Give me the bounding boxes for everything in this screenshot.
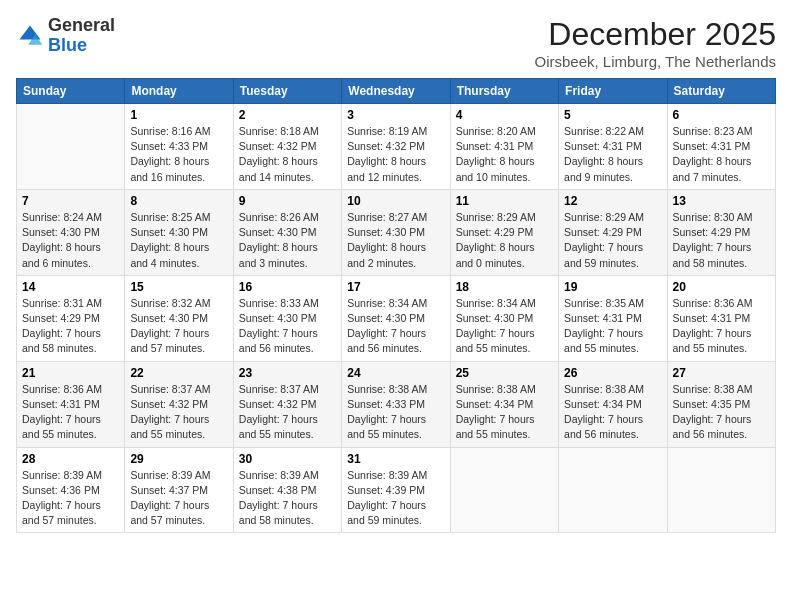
day-number: 15: [130, 280, 227, 294]
title-block: December 2025 Oirsbeek, Limburg, The Net…: [534, 16, 776, 70]
calendar-cell: 11Sunrise: 8:29 AM Sunset: 4:29 PM Dayli…: [450, 189, 558, 275]
calendar-cell: 30Sunrise: 8:39 AM Sunset: 4:38 PM Dayli…: [233, 447, 341, 533]
day-info: Sunrise: 8:32 AM Sunset: 4:30 PM Dayligh…: [130, 296, 227, 357]
day-number: 6: [673, 108, 770, 122]
calendar-week-2: 7Sunrise: 8:24 AM Sunset: 4:30 PM Daylig…: [17, 189, 776, 275]
day-info: Sunrise: 8:19 AM Sunset: 4:32 PM Dayligh…: [347, 124, 444, 185]
day-number: 30: [239, 452, 336, 466]
day-info: Sunrise: 8:31 AM Sunset: 4:29 PM Dayligh…: [22, 296, 119, 357]
day-number: 1: [130, 108, 227, 122]
header-wednesday: Wednesday: [342, 79, 450, 104]
calendar-cell: 1Sunrise: 8:16 AM Sunset: 4:33 PM Daylig…: [125, 104, 233, 190]
calendar-cell: 18Sunrise: 8:34 AM Sunset: 4:30 PM Dayli…: [450, 275, 558, 361]
calendar-week-4: 21Sunrise: 8:36 AM Sunset: 4:31 PM Dayli…: [17, 361, 776, 447]
day-info: Sunrise: 8:26 AM Sunset: 4:30 PM Dayligh…: [239, 210, 336, 271]
day-number: 2: [239, 108, 336, 122]
calendar-table: SundayMondayTuesdayWednesdayThursdayFrid…: [16, 78, 776, 533]
header-monday: Monday: [125, 79, 233, 104]
day-info: Sunrise: 8:30 AM Sunset: 4:29 PM Dayligh…: [673, 210, 770, 271]
day-number: 19: [564, 280, 661, 294]
calendar-cell: 9Sunrise: 8:26 AM Sunset: 4:30 PM Daylig…: [233, 189, 341, 275]
day-number: 20: [673, 280, 770, 294]
day-number: 16: [239, 280, 336, 294]
day-info: Sunrise: 8:39 AM Sunset: 4:38 PM Dayligh…: [239, 468, 336, 529]
day-number: 31: [347, 452, 444, 466]
day-info: Sunrise: 8:35 AM Sunset: 4:31 PM Dayligh…: [564, 296, 661, 357]
location: Oirsbeek, Limburg, The Netherlands: [534, 53, 776, 70]
calendar-cell: 20Sunrise: 8:36 AM Sunset: 4:31 PM Dayli…: [667, 275, 775, 361]
calendar-cell: 19Sunrise: 8:35 AM Sunset: 4:31 PM Dayli…: [559, 275, 667, 361]
calendar-cell: 7Sunrise: 8:24 AM Sunset: 4:30 PM Daylig…: [17, 189, 125, 275]
day-info: Sunrise: 8:25 AM Sunset: 4:30 PM Dayligh…: [130, 210, 227, 271]
header-friday: Friday: [559, 79, 667, 104]
calendar-cell: 2Sunrise: 8:18 AM Sunset: 4:32 PM Daylig…: [233, 104, 341, 190]
calendar-cell: [559, 447, 667, 533]
day-info: Sunrise: 8:34 AM Sunset: 4:30 PM Dayligh…: [456, 296, 553, 357]
day-info: Sunrise: 8:16 AM Sunset: 4:33 PM Dayligh…: [130, 124, 227, 185]
calendar-cell: 13Sunrise: 8:30 AM Sunset: 4:29 PM Dayli…: [667, 189, 775, 275]
calendar-cell: 26Sunrise: 8:38 AM Sunset: 4:34 PM Dayli…: [559, 361, 667, 447]
day-number: 22: [130, 366, 227, 380]
day-number: 23: [239, 366, 336, 380]
month-title: December 2025: [534, 16, 776, 53]
calendar-week-1: 1Sunrise: 8:16 AM Sunset: 4:33 PM Daylig…: [17, 104, 776, 190]
calendar-cell: 23Sunrise: 8:37 AM Sunset: 4:32 PM Dayli…: [233, 361, 341, 447]
logo-general: General: [48, 16, 115, 36]
calendar-cell: 10Sunrise: 8:27 AM Sunset: 4:30 PM Dayli…: [342, 189, 450, 275]
page-header: General Blue December 2025 Oirsbeek, Lim…: [16, 16, 776, 70]
day-info: Sunrise: 8:38 AM Sunset: 4:33 PM Dayligh…: [347, 382, 444, 443]
day-info: Sunrise: 8:20 AM Sunset: 4:31 PM Dayligh…: [456, 124, 553, 185]
calendar-cell: 12Sunrise: 8:29 AM Sunset: 4:29 PM Dayli…: [559, 189, 667, 275]
day-number: 28: [22, 452, 119, 466]
calendar-cell: 29Sunrise: 8:39 AM Sunset: 4:37 PM Dayli…: [125, 447, 233, 533]
day-number: 7: [22, 194, 119, 208]
day-info: Sunrise: 8:29 AM Sunset: 4:29 PM Dayligh…: [564, 210, 661, 271]
calendar-cell: 8Sunrise: 8:25 AM Sunset: 4:30 PM Daylig…: [125, 189, 233, 275]
header-sunday: Sunday: [17, 79, 125, 104]
calendar-cell: 3Sunrise: 8:19 AM Sunset: 4:32 PM Daylig…: [342, 104, 450, 190]
calendar-cell: 31Sunrise: 8:39 AM Sunset: 4:39 PM Dayli…: [342, 447, 450, 533]
logo-icon: [16, 22, 44, 50]
logo: General Blue: [16, 16, 115, 56]
calendar-cell: 17Sunrise: 8:34 AM Sunset: 4:30 PM Dayli…: [342, 275, 450, 361]
day-info: Sunrise: 8:39 AM Sunset: 4:39 PM Dayligh…: [347, 468, 444, 529]
day-number: 13: [673, 194, 770, 208]
day-info: Sunrise: 8:39 AM Sunset: 4:36 PM Dayligh…: [22, 468, 119, 529]
day-number: 10: [347, 194, 444, 208]
calendar-header-row: SundayMondayTuesdayWednesdayThursdayFrid…: [17, 79, 776, 104]
day-info: Sunrise: 8:24 AM Sunset: 4:30 PM Dayligh…: [22, 210, 119, 271]
calendar-week-5: 28Sunrise: 8:39 AM Sunset: 4:36 PM Dayli…: [17, 447, 776, 533]
calendar-cell: 16Sunrise: 8:33 AM Sunset: 4:30 PM Dayli…: [233, 275, 341, 361]
day-number: 12: [564, 194, 661, 208]
header-tuesday: Tuesday: [233, 79, 341, 104]
day-info: Sunrise: 8:22 AM Sunset: 4:31 PM Dayligh…: [564, 124, 661, 185]
day-info: Sunrise: 8:38 AM Sunset: 4:34 PM Dayligh…: [456, 382, 553, 443]
day-number: 9: [239, 194, 336, 208]
day-info: Sunrise: 8:36 AM Sunset: 4:31 PM Dayligh…: [22, 382, 119, 443]
day-info: Sunrise: 8:36 AM Sunset: 4:31 PM Dayligh…: [673, 296, 770, 357]
day-info: Sunrise: 8:37 AM Sunset: 4:32 PM Dayligh…: [239, 382, 336, 443]
day-number: 26: [564, 366, 661, 380]
day-info: Sunrise: 8:37 AM Sunset: 4:32 PM Dayligh…: [130, 382, 227, 443]
day-number: 5: [564, 108, 661, 122]
day-number: 11: [456, 194, 553, 208]
calendar-cell: 24Sunrise: 8:38 AM Sunset: 4:33 PM Dayli…: [342, 361, 450, 447]
day-info: Sunrise: 8:23 AM Sunset: 4:31 PM Dayligh…: [673, 124, 770, 185]
day-number: 17: [347, 280, 444, 294]
calendar-cell: 5Sunrise: 8:22 AM Sunset: 4:31 PM Daylig…: [559, 104, 667, 190]
day-info: Sunrise: 8:29 AM Sunset: 4:29 PM Dayligh…: [456, 210, 553, 271]
day-number: 3: [347, 108, 444, 122]
calendar-cell: [17, 104, 125, 190]
logo-text: General Blue: [48, 16, 115, 56]
calendar-cell: 21Sunrise: 8:36 AM Sunset: 4:31 PM Dayli…: [17, 361, 125, 447]
calendar-cell: 15Sunrise: 8:32 AM Sunset: 4:30 PM Dayli…: [125, 275, 233, 361]
day-info: Sunrise: 8:34 AM Sunset: 4:30 PM Dayligh…: [347, 296, 444, 357]
header-saturday: Saturday: [667, 79, 775, 104]
day-number: 29: [130, 452, 227, 466]
day-info: Sunrise: 8:33 AM Sunset: 4:30 PM Dayligh…: [239, 296, 336, 357]
day-info: Sunrise: 8:18 AM Sunset: 4:32 PM Dayligh…: [239, 124, 336, 185]
calendar-cell: 14Sunrise: 8:31 AM Sunset: 4:29 PM Dayli…: [17, 275, 125, 361]
day-number: 4: [456, 108, 553, 122]
day-number: 21: [22, 366, 119, 380]
day-info: Sunrise: 8:38 AM Sunset: 4:34 PM Dayligh…: [564, 382, 661, 443]
